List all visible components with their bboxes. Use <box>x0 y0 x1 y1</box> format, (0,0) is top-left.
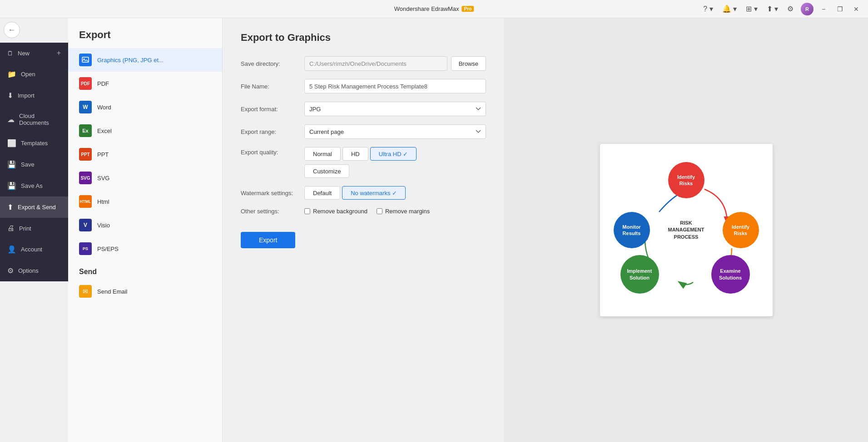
sidebar-label-open: Open <box>21 71 35 78</box>
file-name-label: File Name: <box>241 83 300 90</box>
watermark-label: Watermark settings: <box>241 190 300 196</box>
pdf-format-icon: PDF <box>79 77 92 90</box>
remove-background-checkbox[interactable] <box>304 208 310 214</box>
export-format-list: Graphics (PNG, JPG et... PDF PDF W Word … <box>68 48 222 260</box>
browse-button[interactable]: Browse <box>451 56 486 71</box>
save-directory-input[interactable] <box>304 56 447 71</box>
html-format-icon: HTML <box>79 195 92 208</box>
format-item-pseps[interactable]: PS PS/EPS <box>68 237 222 260</box>
graphics-format-label: Graphics (PNG, JPG et... <box>97 57 164 64</box>
quality-ultrahd-btn[interactable]: Ultra HD ✓ <box>370 147 417 161</box>
format-item-svg[interactable]: SVG SVG <box>68 166 222 190</box>
help-button[interactable]: ? ▾ <box>699 3 716 15</box>
notification-button[interactable]: 🔔 ▾ <box>719 3 740 15</box>
export-panel-title: Export <box>68 18 222 48</box>
export-format-label: Export format: <box>241 106 300 113</box>
file-name-input[interactable] <box>304 79 486 93</box>
format-item-html[interactable]: HTML Html <box>68 190 222 213</box>
remove-background-text: Remove background <box>313 208 367 215</box>
export-btn-row: Export <box>241 223 486 248</box>
excel-format-label: Excel <box>97 128 112 134</box>
open-icon: 📁 <box>7 70 16 79</box>
center-text-line2: MANAGEMENT <box>668 226 704 233</box>
html-format-label: Html <box>97 198 109 205</box>
main-layout: ← 🗒 New + 📁 Open ⬇ Import ☁ Cloud Docume… <box>0 18 868 442</box>
export-range-select[interactable]: Current page All pages Selected shapes <box>304 124 486 139</box>
app-title-area: Wondershare EdrawMax Pro <box>394 5 474 12</box>
export-quality-label: Export quality: <box>241 147 300 156</box>
center-text-line1: RISK <box>668 220 704 226</box>
templates-icon: ⬜ <box>7 139 16 147</box>
sidebar-item-cloud[interactable]: ☁ Cloud Documents <box>0 106 68 133</box>
sidebar-item-print[interactable]: 🖨 Print <box>0 218 68 239</box>
word-format-label: Word <box>97 104 111 111</box>
sidebar-wrapper: ← 🗒 New + 📁 Open ⬇ Import ☁ Cloud Docume… <box>0 18 68 442</box>
remove-margins-label[interactable]: Remove margins <box>377 208 430 215</box>
settings-button[interactable]: ⚙ <box>784 3 797 15</box>
new-plus-icon: + <box>57 49 61 57</box>
format-item-word[interactable]: W Word <box>68 95 222 119</box>
new-icon: 🗒 <box>7 50 13 57</box>
share-button[interactable]: ⬆ ▾ <box>763 3 782 15</box>
sidebar-item-open[interactable]: 📁 Open <box>0 64 68 85</box>
titlebar: Wondershare EdrawMax Pro ? ▾ 🔔 ▾ ⊞ ▾ ⬆ ▾… <box>0 0 868 18</box>
export-panel: Export Graphics (PNG, JPG et... PDF PDF … <box>68 18 223 442</box>
graphics-format-icon <box>79 54 92 66</box>
pro-badge: Pro <box>462 6 474 12</box>
sidebar-item-account[interactable]: 👤 Account <box>0 239 68 260</box>
format-item-ppt[interactable]: PPT PPT <box>68 142 222 166</box>
quality-hd-btn[interactable]: HD <box>342 147 368 161</box>
customize-btn[interactable]: Customize <box>304 164 349 178</box>
back-button[interactable]: ← <box>4 22 20 38</box>
sidebar-item-new[interactable]: 🗒 New + <box>0 43 68 64</box>
sidebar-label-cloud: Cloud Documents <box>19 113 61 126</box>
word-format-icon: W <box>79 101 92 113</box>
export-quality-row: Export quality: Normal HD Ultra HD ✓ Cus… <box>241 147 486 178</box>
export-icon: ⬆ <box>7 203 13 211</box>
sidebar-item-options[interactable]: ⚙ Options <box>0 260 68 281</box>
watermark-default-btn[interactable]: Default <box>304 186 340 200</box>
quality-group: Normal HD Ultra HD ✓ <box>304 147 486 161</box>
close-button[interactable]: ✕ <box>850 3 863 15</box>
save-icon: 💾 <box>7 160 16 169</box>
diagram-container: RISK MANAGEMENT PROCESS IdentifyRisks Id… <box>609 153 764 307</box>
remove-background-label[interactable]: Remove background <box>304 208 367 215</box>
excel-format-icon: Ex <box>79 124 92 137</box>
sidebar-item-export[interactable]: ⬆ Export & Send <box>0 196 68 218</box>
titlebar-controls: ? ▾ 🔔 ▾ ⊞ ▾ ⬆ ▾ ⚙ R − ❐ ✕ <box>699 3 863 15</box>
center-text-line3: PROCESS <box>668 234 704 241</box>
pseps-format-label: PS/EPS <box>97 246 119 252</box>
remove-margins-checkbox[interactable] <box>377 208 382 214</box>
send-email-item[interactable]: ✉ Send Email <box>68 280 222 303</box>
send-email-label: Send Email <box>97 288 127 295</box>
minimize-button[interactable]: − <box>817 3 830 15</box>
maximize-button[interactable]: ❐ <box>833 3 846 15</box>
sidebar-label-new: New <box>18 50 30 57</box>
format-item-visio[interactable]: V Visio <box>68 213 222 237</box>
sidebar-item-templates[interactable]: ⬜ Templates <box>0 133 68 154</box>
format-item-graphics[interactable]: Graphics (PNG, JPG et... <box>68 48 222 72</box>
import-icon: ⬇ <box>7 91 13 100</box>
save-directory-controls: Browse <box>304 56 486 71</box>
app-name: Wondershare EdrawMax <box>394 5 459 12</box>
avatar[interactable]: R <box>801 3 813 15</box>
export-range-row: Export range: Current page All pages Sel… <box>241 124 486 139</box>
export-format-select[interactable]: JPG PNG BMP GIF TIFF <box>304 102 486 116</box>
export-button[interactable]: Export <box>241 232 295 248</box>
format-item-pdf[interactable]: PDF PDF <box>68 72 222 95</box>
circle-monitor-results: MonitorResults <box>614 212 650 248</box>
sidebar: 🗒 New + 📁 Open ⬇ Import ☁ Cloud Document… <box>0 43 68 281</box>
grid-button[interactable]: ⊞ ▾ <box>742 3 761 15</box>
save-directory-label: Save directory: <box>241 60 300 67</box>
other-settings-label: Other settings: <box>241 208 300 215</box>
quality-normal-btn[interactable]: Normal <box>304 147 341 161</box>
format-item-excel[interactable]: Ex Excel <box>68 119 222 142</box>
watermark-none-btn[interactable]: No watermarks ✓ <box>342 186 406 200</box>
sidebar-item-save[interactable]: 💾 Save <box>0 154 68 175</box>
sidebar-item-import[interactable]: ⬇ Import <box>0 85 68 106</box>
preview-area: RISK MANAGEMENT PROCESS IdentifyRisks Id… <box>504 18 868 442</box>
visio-format-label: Visio <box>97 222 110 229</box>
pseps-format-icon: PS <box>79 242 92 255</box>
sidebar-item-saveas[interactable]: 💾 Save As <box>0 175 68 196</box>
export-form-title: Export to Graphics <box>241 32 486 44</box>
